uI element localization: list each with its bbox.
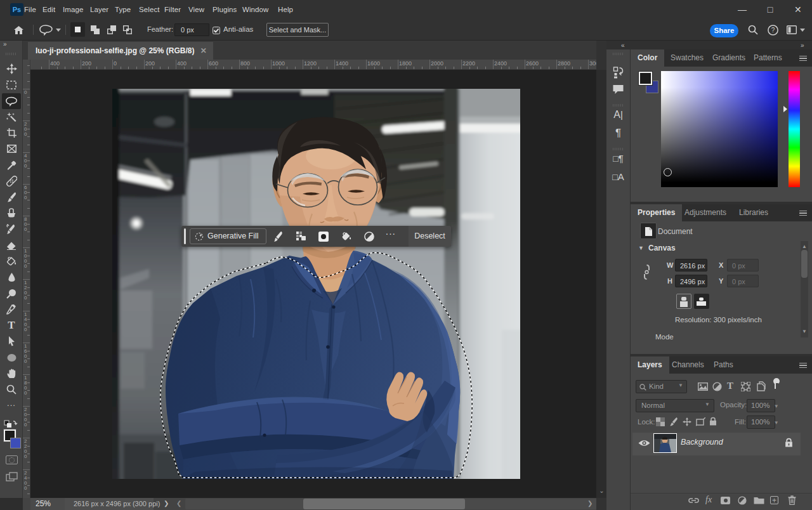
svg-text:?: ? [771,27,775,34]
